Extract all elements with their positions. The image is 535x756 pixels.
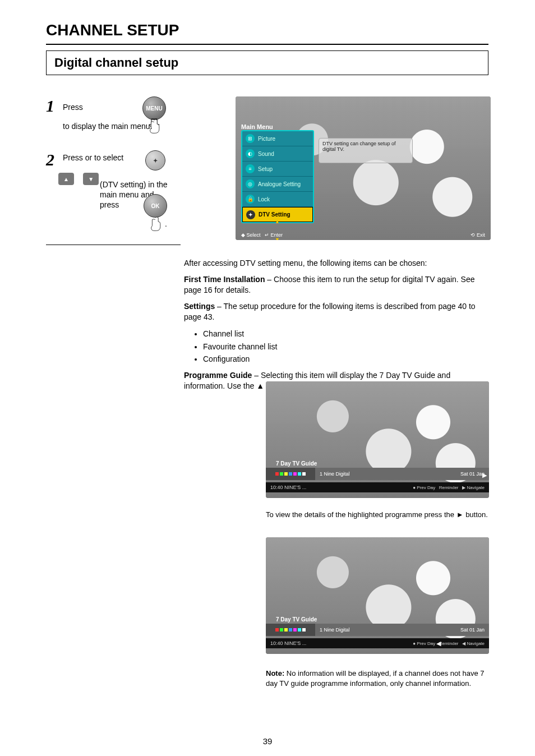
chevron-right-icon: ▶ xyxy=(482,472,487,479)
guide-prog-1: 10:40 NINE'S ... xyxy=(270,485,306,490)
main-menu-panel: ⊞Picture ◐Sound ≡Setup ◎Analogue Setting… xyxy=(241,130,314,223)
arrow-keys: ▲ ▼ xyxy=(55,173,102,185)
step-divider xyxy=(46,245,181,245)
guide-date-1: Sat 01 Jan xyxy=(460,471,485,477)
item-2-name: Settings xyxy=(184,302,215,311)
guide-bottom-2: 10:40 NINE'S ... ● Prev Day Reminder ◀ N… xyxy=(266,638,489,648)
caption-between-b: button. xyxy=(465,510,488,519)
background-image xyxy=(266,537,489,654)
up-triangle-icon: ▲ xyxy=(256,381,264,391)
hand-icon-2 xyxy=(147,215,164,231)
step-1-text-end: to display the main menu. xyxy=(63,121,164,131)
step-2-text-end: . xyxy=(165,219,167,229)
menu-hint-select: ◆ Select ↵ Enter xyxy=(241,232,283,238)
guide-thumb-1 xyxy=(266,468,315,480)
down-arrow-key-icon: ▼ xyxy=(83,173,99,185)
guide-nav-2: ◀ Navigate xyxy=(462,641,485,646)
guide-reminder-2: Reminder xyxy=(439,641,459,646)
guide-nav-1: ▶ Navigate xyxy=(462,485,485,490)
menu-button-icon: MENU xyxy=(142,96,166,120)
caption-between-a: To view the details of the highlighted p… xyxy=(266,510,456,519)
note-body: No information will be displayed, if a c… xyxy=(266,669,485,688)
main-menu-screenshot: Main Menu ⊞Picture ◐Sound ≡Setup ◎Analog… xyxy=(236,96,491,240)
step-2-number: 2 xyxy=(46,150,54,169)
subsection-title: Digital channel setup xyxy=(54,56,178,70)
step-2-text: Press or to select xyxy=(63,153,139,163)
body-text: After accessing DTV setting menu, the fo… xyxy=(184,258,490,397)
guide-prevday-1: ● Prev Day xyxy=(413,485,435,490)
menu-item-label: Analogue Setting xyxy=(258,181,301,187)
step-2-e: . xyxy=(165,219,167,228)
guide-thumb-2 xyxy=(266,624,315,636)
background-image xyxy=(266,381,489,498)
guide-bottom-1: 10:40 NINE'S ... ● Prev Day Reminder ▶ N… xyxy=(266,482,489,492)
hint-select-label: Select xyxy=(247,232,261,238)
menu-item-label: Setup xyxy=(258,166,273,172)
note-block: Note: No information will be displayed, … xyxy=(266,669,489,688)
guide-date-2: Sat 01 Jan xyxy=(460,627,485,633)
menu-item-analogue[interactable]: ◎Analogue Setting xyxy=(242,177,313,192)
item-3-name: Programme Guide xyxy=(184,371,252,380)
sel-arrow-up-icon: ▲ xyxy=(275,219,280,224)
dtv-setting-icon: ✦ xyxy=(246,210,255,219)
guide-prevday-2: ● Prev Day xyxy=(413,641,435,646)
hint-exit-label: Exit xyxy=(477,232,485,238)
guide-row-text-2: 1 Nine Digital Sat 01 Jan xyxy=(315,627,489,633)
guide-title-1: 7 Day TV Guide xyxy=(276,460,317,467)
chevron-left-icon: ◀ xyxy=(436,640,441,647)
item-2-desc: The setup procedure for the following it… xyxy=(184,302,476,321)
menu-item-sound[interactable]: ◐Sound xyxy=(242,146,313,162)
step-2-c: to select xyxy=(94,153,123,162)
menu-item-setup[interactable]: ≡Setup xyxy=(242,162,313,177)
menu-hint-exit: ⟲ Exit xyxy=(471,232,485,238)
menu-button-label: MENU xyxy=(146,105,162,112)
ok-button-icon: OK xyxy=(144,194,167,218)
opt-favourite-list: Favourite channel list xyxy=(203,340,490,353)
right-triangle-icon: ► xyxy=(456,510,464,520)
menu-item-lock[interactable]: 🔒Lock xyxy=(242,192,313,207)
guide-row-1: 1 Nine Digital Sat 01 Jan xyxy=(266,468,489,480)
item-1: First Time Installation – Choose this it… xyxy=(184,274,490,296)
sound-icon: ◐ xyxy=(246,149,255,158)
step-2-a: Press xyxy=(63,153,85,162)
hint-enter-label: Enter xyxy=(271,232,283,238)
step-2-b: or xyxy=(85,153,94,162)
menu-item-label: Sound xyxy=(258,151,274,157)
intro-text: After accessing DTV setting menu, the fo… xyxy=(184,258,490,269)
settings-options-list: Channel list Favourite channel list Conf… xyxy=(203,328,490,365)
main-menu-title: Main Menu xyxy=(241,123,273,130)
note-label: Note: xyxy=(266,669,284,677)
heading-rule xyxy=(46,44,488,45)
setup-icon: ≡ xyxy=(246,164,255,173)
caption-between: To view the details of the highlighted p… xyxy=(266,510,489,520)
step-1-text-a: Press xyxy=(63,103,83,112)
step-1-number: 1 xyxy=(46,96,54,116)
opt-configuration: Configuration xyxy=(203,353,490,365)
menu-item-label: Lock xyxy=(258,196,270,202)
subsection-box: Digital channel setup xyxy=(46,50,488,75)
opt-channel-list: Channel list xyxy=(203,328,490,340)
page-number: 39 xyxy=(263,736,273,746)
guide-screenshot-2: 7 Day TV Guide 1 Nine Digital Sat 01 Jan… xyxy=(266,537,489,654)
menu-item-label: DTV Setting xyxy=(259,211,290,218)
item-2: Settings – The setup procedure for the f… xyxy=(184,301,490,322)
guide-row-2: 1 Nine Digital Sat 01 Jan xyxy=(266,624,489,636)
menu-item-picture[interactable]: ⊞Picture xyxy=(242,131,313,146)
section-heading: CHANNEL SETUP xyxy=(46,21,179,39)
analogue-icon: ◎ xyxy=(246,179,255,188)
item-1-name: First Time Installation xyxy=(184,275,265,284)
guide-screenshot-1: 7 Day TV Guide 1 Nine Digital Sat 01 Jan… xyxy=(266,381,489,498)
up-arrow-key-icon: ▲ xyxy=(58,173,74,185)
picture-icon: ⊞ xyxy=(246,134,255,143)
menu-item-label: Picture xyxy=(258,136,275,142)
dtv-button-graphic: ✦ xyxy=(141,150,169,170)
guide-channel-2: 1 Nine Digital xyxy=(320,627,350,633)
menu-tooltip: DTV setting can change setup of digital … xyxy=(319,138,413,163)
guide-prog-2: 10:40 NINE'S ... xyxy=(270,640,306,646)
dtv-icon: ✦ xyxy=(145,150,165,170)
guide-title-2: 7 Day TV Guide xyxy=(276,616,317,623)
step-1-text: Press xyxy=(63,102,136,112)
ok-button-label: OK xyxy=(151,203,160,209)
step-1-text-b: to display the main menu. xyxy=(63,122,153,131)
guide-reminder-1: Reminder xyxy=(439,485,459,490)
